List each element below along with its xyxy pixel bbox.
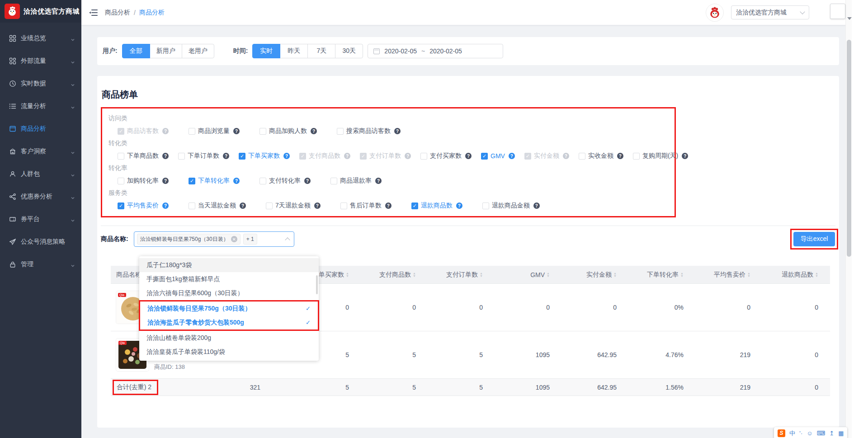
sidebar-item-0[interactable]: 业绩总览 (0, 27, 81, 50)
ime-icon-1[interactable]: ’· (799, 430, 802, 436)
metric-checkbox-3-1[interactable]: 当天退款金额? (189, 202, 246, 210)
help-icon[interactable]: ? (311, 128, 317, 134)
time-option-1[interactable]: 昨天 (280, 44, 308, 58)
metric-checkbox-1-2[interactable]: ✓下单买家数? (239, 152, 290, 160)
sidebar-item-2[interactable]: 实时数据 (0, 72, 81, 95)
sidebar-item-1[interactable]: 外部流量 (0, 50, 81, 72)
dropdown-option-5[interactable]: 洽洽山楂卷单袋装200g (139, 331, 319, 345)
dropdown-option-0[interactable]: 瓜子仁180g*3袋 (139, 258, 319, 272)
metric-checkbox-1-0[interactable]: 下单商品数? (118, 152, 169, 160)
metric-checkbox-1-5[interactable]: 支付买家数? (420, 152, 472, 160)
metric-checkbox-2-3[interactable]: 商品退款率? (330, 177, 382, 185)
metric-checkbox-3-2[interactable]: 7天退款金额? (266, 202, 321, 210)
column-header-8[interactable]: 平均售卖价▲▼ (695, 271, 762, 279)
breadcrumb-current[interactable]: 商品分析 (139, 9, 165, 17)
metric-checkbox-1-9[interactable]: 复购周期(天)? (633, 152, 688, 160)
help-icon[interactable]: ? (304, 178, 311, 184)
account-select[interactable]: 洽洽优选官方商城 (731, 5, 809, 19)
help-icon[interactable]: ? (162, 178, 169, 184)
help-icon[interactable]: ? (375, 178, 382, 184)
sidebar-item-5[interactable]: 客户洞察 (0, 140, 81, 163)
date-end-value[interactable]: 2020-02-05 (429, 47, 462, 55)
user-option-1[interactable]: 新用户 (150, 44, 182, 58)
column-header-4[interactable]: 支付订单数▲▼ (428, 271, 495, 279)
help-icon[interactable]: ? (385, 203, 392, 209)
help-icon[interactable]: ? (162, 153, 169, 159)
sidebar-item-10[interactable]: 管理 (0, 253, 81, 276)
ime-icon-3[interactable]: ⌨ (817, 430, 826, 436)
sort-carets-icon[interactable]: ▲▼ (480, 272, 483, 278)
dropdown-option-4[interactable]: 洽洽海盐瓜子零食炒货大包装500g✓ (140, 316, 318, 330)
sogou-logo-icon[interactable]: S (778, 429, 785, 437)
dropdown-option-6[interactable]: 洽洽皇葵瓜子单袋装110g/袋 (139, 345, 319, 359)
page-scrollbar-thumb[interactable] (847, 40, 851, 257)
metric-checkbox-1-1[interactable]: 下单订单数? (178, 152, 229, 160)
help-icon[interactable]: ? (465, 153, 472, 159)
user-option-2[interactable]: 老用户 (182, 44, 214, 58)
sidebar-collapse-icon[interactable] (88, 7, 99, 19)
help-icon[interactable]: ? (394, 128, 401, 134)
sort-carets-icon[interactable]: ▲▼ (547, 272, 550, 278)
help-icon[interactable]: ? (223, 153, 229, 159)
help-icon[interactable]: ? (456, 203, 462, 209)
sidebar-item-8[interactable]: 券平台 (0, 208, 81, 231)
floating-widget-box[interactable] (830, 4, 845, 19)
help-icon[interactable]: ? (240, 203, 246, 209)
product-multiselect[interactable]: 洽洽锁鲜装每日坚果750g（30日装） ✕ + 1 (134, 231, 294, 247)
ime-icon-2[interactable]: ☺ (807, 430, 812, 436)
sort-carets-icon[interactable]: ▲▼ (680, 272, 684, 278)
sort-carets-icon[interactable]: ▲▼ (613, 272, 617, 278)
sidebar-item-7[interactable]: 优惠券分析 (0, 185, 81, 208)
dropdown-option-3[interactable]: 洽洽锁鲜装每日坚果750g（30日装）✓ (140, 301, 318, 316)
sort-carets-icon[interactable]: ▲▼ (346, 272, 349, 278)
sidebar-item-6[interactable]: 人群包 (0, 163, 81, 185)
ime-icon-0[interactable]: 中 (789, 430, 795, 436)
help-icon[interactable]: ? (405, 153, 411, 159)
metric-checkbox-2-0[interactable]: 加购转化率? (118, 177, 169, 185)
user-avatar[interactable] (706, 4, 724, 22)
time-option-0[interactable]: 实时 (252, 44, 280, 58)
dropdown-option-2[interactable]: 洽洽六禧每日坚果600g（30日装） (139, 286, 319, 300)
sort-carets-icon[interactable]: ▲▼ (747, 272, 750, 278)
metric-checkbox-0-1[interactable]: 商品浏览量? (189, 127, 240, 135)
date-start-value[interactable]: 2020-02-05 (384, 47, 417, 55)
help-icon[interactable]: ? (682, 153, 688, 159)
column-header-3[interactable]: 支付商品数▲▼ (361, 271, 428, 279)
sort-carets-icon[interactable]: ▲▼ (413, 272, 416, 278)
dropdown-scrollbar-thumb[interactable] (316, 275, 318, 294)
help-icon[interactable]: ? (233, 178, 240, 184)
sort-carets-icon[interactable]: ▲▼ (815, 272, 818, 278)
help-icon[interactable]: ? (162, 128, 169, 134)
export-excel-button[interactable]: 导出excel (793, 232, 835, 246)
help-icon[interactable]: ? (617, 153, 623, 159)
column-header-6[interactable]: 实付金额▲▼ (561, 271, 628, 279)
help-icon[interactable]: ? (563, 153, 569, 159)
metric-checkbox-1-8[interactable]: 实收金额? (579, 152, 623, 160)
sidebar-item-3[interactable]: 流量分析 (0, 95, 81, 118)
tag-close-icon[interactable]: ✕ (231, 236, 237, 242)
help-icon[interactable]: ? (344, 153, 350, 159)
help-icon[interactable]: ? (162, 203, 169, 209)
column-header-9[interactable]: 退款商品数▲▼ (762, 271, 830, 279)
metric-checkbox-3-0[interactable]: ✓平均售卖价? (118, 202, 169, 210)
date-range-picker[interactable]: 2020-02-05 ~ 2020-02-05 (368, 44, 503, 58)
page-scrollbar-track[interactable] (845, 0, 852, 438)
metric-checkbox-2-1[interactable]: ✓下单转化率? (189, 177, 240, 185)
floating-widget-caret-icon[interactable] (847, 17, 852, 20)
metric-checkbox-3-5[interactable]: 退款商品金额? (482, 202, 540, 210)
time-option-2[interactable]: 7天 (307, 44, 335, 58)
sidebar-item-4[interactable]: 商品分析 (0, 118, 81, 140)
column-header-7[interactable]: 下单转化率▲▼ (628, 271, 695, 279)
metric-checkbox-1-6[interactable]: ✓GMV? (481, 152, 515, 160)
metric-checkbox-0-2[interactable]: 商品加购人数? (259, 127, 317, 135)
metric-checkbox-3-4[interactable]: ✓退款商品数? (411, 202, 462, 210)
user-option-0[interactable]: 全部 (122, 44, 150, 58)
help-icon[interactable]: ? (314, 203, 321, 209)
help-icon[interactable]: ? (283, 153, 290, 159)
metric-checkbox-3-3[interactable]: 售后订单数? (340, 202, 392, 210)
breadcrumb-parent[interactable]: 商品分析 (105, 9, 130, 17)
help-icon[interactable]: ? (233, 128, 240, 134)
metric-checkbox-2-2[interactable]: 支付转化率? (259, 177, 311, 185)
column-header-5[interactable]: GMV▲▼ (495, 271, 561, 278)
help-icon[interactable]: ? (509, 153, 515, 159)
